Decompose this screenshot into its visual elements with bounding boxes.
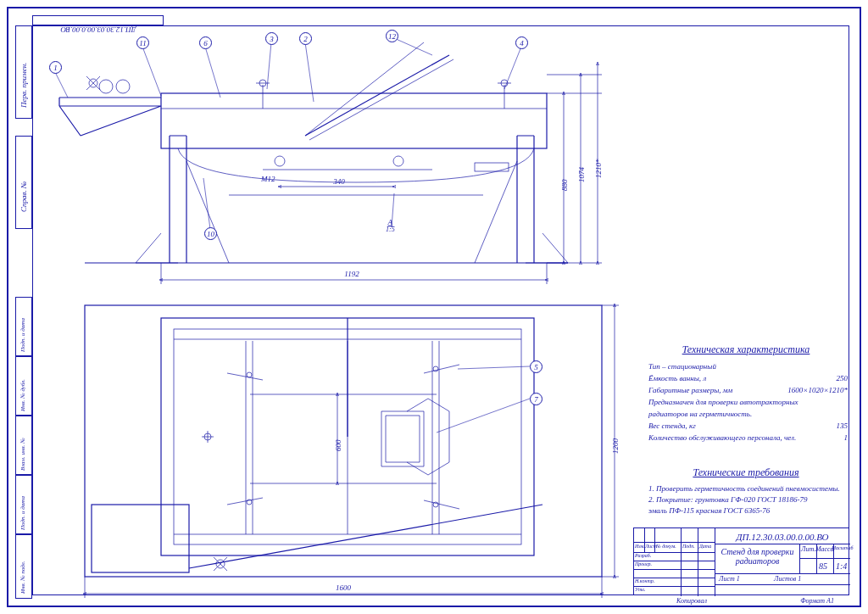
tb-scale-label: Масштаб: [832, 545, 854, 550]
dim-600: 600: [334, 440, 342, 452]
svg-point-56: [247, 372, 252, 377]
tech-req-line: 1. Проверить герметичность соединений пн…: [648, 483, 848, 494]
svg-point-62: [433, 502, 438, 507]
svg-line-79: [458, 366, 530, 369]
tech-char-block: Тип – стационарныйЁмкость ванны, л250Габ…: [648, 360, 848, 444]
col-ndoc: № докум.: [656, 544, 676, 549]
format: Формат А1: [800, 597, 834, 605]
tech-req-title: Технические требования: [693, 466, 798, 479]
svg-rect-43: [85, 305, 602, 577]
svg-line-61: [424, 500, 459, 509]
tb-sheets: Листов 1: [774, 575, 801, 583]
tech-char-line: Ёмкость ванны, л250: [648, 372, 848, 384]
tb-title: Стенд для проверкирадиаторов: [717, 547, 798, 566]
svg-line-55: [227, 373, 263, 380]
tech-req-line: эмаль ПФ-115 красная ГОСТ 6365-76: [648, 505, 848, 516]
balloon-5: 5: [530, 360, 542, 373]
tech-char-line: Вес стенда, кг135: [648, 420, 848, 432]
balloon-7: 7: [530, 393, 542, 405]
row-utv: Утв.: [635, 587, 645, 592]
dim-1200: 1200: [611, 438, 620, 454]
plan-view: [8, 8, 868, 614]
col-data: Дата: [699, 544, 711, 549]
col-list: Лист: [645, 544, 657, 549]
title-block: ДП.12.30.03.00.0.00.ВО Стенд для проверк…: [633, 527, 849, 595]
row-nkontr: Н.контр.: [635, 578, 654, 583]
tb-lit-label: Лит.: [801, 545, 815, 553]
tb-scale: 1:4: [836, 561, 847, 571]
tb-mass: 85: [819, 561, 827, 571]
svg-point-60: [433, 366, 438, 371]
kopiroval: Копировал: [676, 597, 707, 605]
row-razrab: Разраб.: [635, 553, 651, 558]
tb-sheet: Лист 1: [719, 575, 740, 583]
tech-char-line: радиаторов на герметичность.: [648, 408, 848, 420]
svg-line-80: [437, 399, 530, 433]
col-izm: Изм.: [635, 544, 645, 549]
drawing-sheet: ДП.12.30.03.00.0.00.ВО Перв. примен. Спр…: [7, 7, 861, 607]
svg-line-68: [189, 505, 542, 568]
svg-line-59: [424, 365, 459, 373]
col-podp: Подп.: [682, 544, 695, 549]
tech-char-line: Тип – стационарный: [648, 360, 848, 372]
row-prover: Провер.: [635, 561, 652, 567]
tech-char-title: Техническая характеристика: [682, 343, 810, 356]
tech-req-block: 1. Проверить герметичность соединений пн…: [648, 483, 848, 516]
svg-line-57: [227, 498, 263, 505]
dim-1600: 1600: [336, 583, 351, 592]
tech-req-line: 2. Покрытие: грунтовка ГФ-020 ГОСТ 18186…: [648, 494, 848, 505]
svg-rect-67: [92, 505, 189, 572]
tb-number: ДП.12.30.03.00.0.00.ВО: [715, 532, 850, 542]
tech-char-line: Количество обслуживающего персонала, чел…: [648, 432, 848, 444]
tech-char-line: Предназначен для проверки автотракторных: [648, 396, 848, 408]
tech-char-line: Габаритные размеры, мм1600×1020×1210*: [648, 384, 848, 396]
